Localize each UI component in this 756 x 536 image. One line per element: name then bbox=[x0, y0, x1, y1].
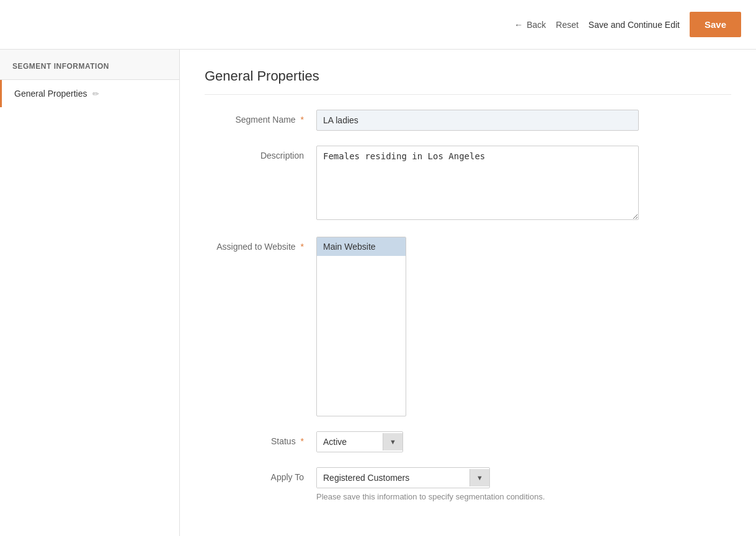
reset-label: Reset bbox=[556, 20, 579, 30]
sidebar-item-general-properties[interactable]: General Properties ✏ bbox=[0, 80, 179, 107]
page-layout: SEGMENT INFORMATION General Properties ✏… bbox=[0, 50, 756, 536]
segment-name-field bbox=[316, 110, 639, 131]
section-title: General Properties bbox=[205, 68, 731, 95]
save-continue-button[interactable]: Save and Continue Edit bbox=[589, 20, 680, 30]
page-header: ← Back Reset Save and Continue Edit Save bbox=[0, 0, 756, 50]
multiselect-option-main-website[interactable]: Main Website bbox=[317, 237, 406, 256]
required-marker: * bbox=[301, 242, 304, 252]
assigned-to-website-field: Main Website bbox=[316, 237, 639, 416]
required-marker: * bbox=[301, 115, 304, 125]
back-label: Back bbox=[527, 20, 546, 30]
status-row: Status * Active ▼ bbox=[205, 431, 731, 452]
sidebar: SEGMENT INFORMATION General Properties ✏ bbox=[0, 50, 180, 536]
apply-to-field: Registered Customers ▼ Please save this … bbox=[316, 467, 639, 501]
sidebar-item-label: General Properties bbox=[14, 89, 87, 99]
required-marker: * bbox=[301, 436, 304, 446]
assigned-to-website-label: Assigned to Website * bbox=[205, 237, 316, 252]
assigned-to-website-row: Assigned to Website * Main Website bbox=[205, 237, 731, 416]
back-arrow-icon: ← bbox=[514, 20, 523, 30]
status-field: Active ▼ bbox=[316, 431, 639, 452]
segment-name-input[interactable] bbox=[316, 110, 639, 131]
status-dropdown-arrow[interactable]: ▼ bbox=[383, 433, 402, 450]
status-value: Active bbox=[317, 432, 383, 452]
website-multiselect[interactable]: Main Website bbox=[316, 237, 406, 416]
edit-pencil-icon: ✏ bbox=[92, 89, 99, 99]
save-label: Save bbox=[705, 19, 726, 30]
save-continue-label: Save and Continue Edit bbox=[589, 20, 680, 30]
apply-to-value: Registered Customers bbox=[317, 468, 469, 488]
status-label: Status * bbox=[205, 431, 316, 446]
description-label: Description bbox=[205, 146, 316, 160]
reset-button[interactable]: Reset bbox=[556, 20, 579, 30]
sidebar-section-title: SEGMENT INFORMATION bbox=[0, 50, 179, 80]
back-button[interactable]: ← Back bbox=[514, 20, 546, 30]
apply-to-dropdown-arrow[interactable]: ▼ bbox=[469, 469, 489, 486]
apply-to-help-text: Please save this information to specify … bbox=[316, 492, 639, 501]
apply-to-row: Apply To Registered Customers ▼ Please s… bbox=[205, 467, 731, 501]
description-textarea[interactable]: Females residing in Los Angeles bbox=[316, 146, 639, 220]
segment-name-label: Segment Name * bbox=[205, 110, 316, 125]
main-content: General Properties Segment Name * Descri… bbox=[180, 50, 756, 536]
status-select-wrapper[interactable]: Active ▼ bbox=[316, 431, 403, 452]
apply-to-select-wrapper[interactable]: Registered Customers ▼ bbox=[316, 467, 490, 488]
description-field: Females residing in Los Angeles bbox=[316, 146, 639, 222]
description-row: Description Females residing in Los Ange… bbox=[205, 146, 731, 222]
apply-to-label: Apply To bbox=[205, 467, 316, 482]
segment-name-row: Segment Name * bbox=[205, 110, 731, 131]
save-button[interactable]: Save bbox=[690, 12, 741, 37]
